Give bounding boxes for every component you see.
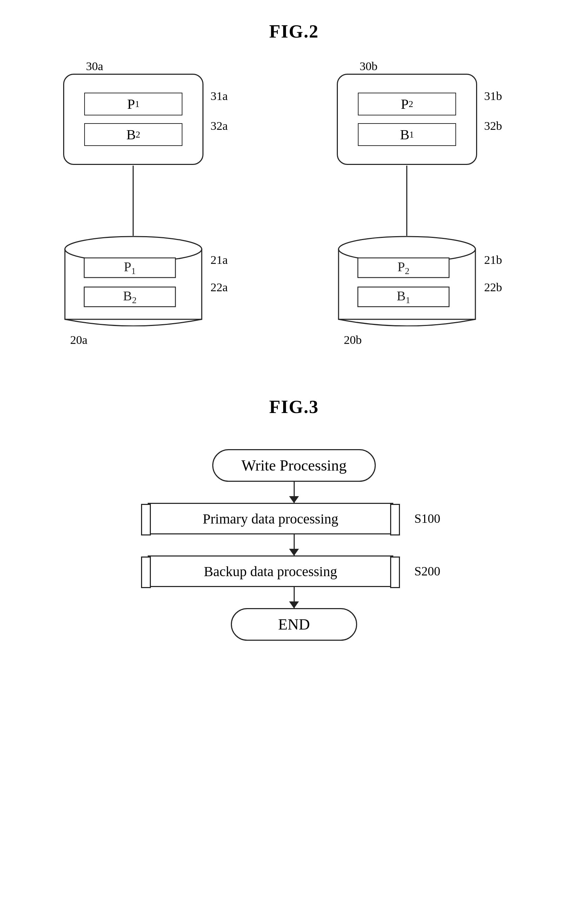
ref-32a: 32a [210,119,228,132]
ref-32b: 32b [484,119,502,132]
b2-sub-left: 2 [136,129,140,140]
flow-row-s200: Backup data processing S200 [148,555,440,587]
ref-31b: 31b [484,89,502,103]
fig2-title: FIG.2 [0,21,588,42]
ref-20a: 20a [70,333,88,347]
ref-20b: 20b [344,333,362,347]
disk-20a: P1 B2 [63,235,204,326]
flow-row-s100: Primary data processing S100 [148,503,440,534]
arrow-2 [294,534,295,555]
inner-box-32b: B1 [358,123,456,146]
fig3-title: FIG.3 [0,397,588,417]
fig3-area: Write Processing Primary data processing… [0,435,588,641]
ref-21b: 21b [484,254,502,267]
fig2-area: P1 B2 31a 32a 30a P2 B1 31b 32b 30b [28,53,555,351]
p2-sub-right: 2 [409,99,413,110]
s100-label: S100 [414,511,440,526]
s200-label: S200 [414,564,440,579]
ref-30b: 30b [360,60,378,73]
b1-sub-right: 1 [410,129,414,140]
ref-21a: 21a [210,254,228,267]
page: FIG.2 P1 B2 31a 32a 30a P2 B1 31b 32b 3 [0,0,588,906]
disk-20b: P2 B1 [337,235,477,326]
node-30b: P2 B1 [337,74,477,165]
flow-start: Write Processing [212,449,376,482]
flow-process-s100: Primary data processing [148,503,393,534]
inner-box-31a: P1 [84,93,182,115]
ref-22b: 22b [484,281,502,294]
ref-31a: 31a [210,89,228,103]
ref-22a: 22a [210,281,228,294]
connector-left [132,166,134,236]
flow-container: Write Processing Primary data processing… [0,435,588,641]
arrow-3 [294,587,295,608]
inner-box-31b: P2 [358,93,456,115]
flow-process-s200: Backup data processing [148,555,393,587]
inner-box-32a: B2 [84,123,182,146]
connector-right [406,166,407,236]
flow-end: END [231,608,357,641]
p1-sub-left: 1 [135,99,140,110]
arrow-1 [294,482,295,503]
node-30a: P1 B2 [63,74,204,165]
ref-30a: 30a [86,60,103,73]
